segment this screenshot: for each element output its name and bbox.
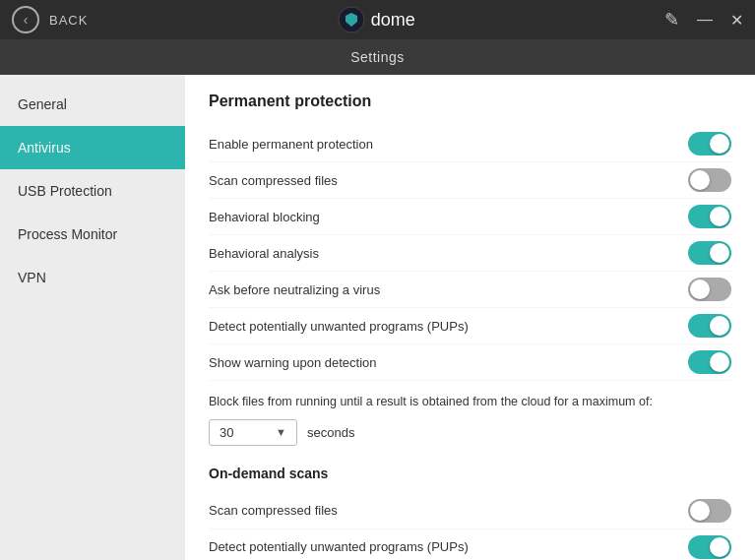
permanent-settings-list: Enable permanent protection Scan compres… xyxy=(209,126,731,381)
settings-bar: Settings xyxy=(0,39,755,75)
setting-label-scan-compressed-permanent: Scan compressed files xyxy=(209,173,338,188)
toggle-scan-compressed-demand[interactable] xyxy=(688,499,731,523)
content-area: Permanent protection Enable permanent pr… xyxy=(185,75,755,560)
toggle-enable-permanent[interactable] xyxy=(688,132,731,156)
demand-settings-list: Scan compressed files Detect potentially… xyxy=(209,493,731,560)
setting-label-detect-pups-demand: Detect potentially unwanted programs (PU… xyxy=(209,539,469,554)
setting-label-scan-compressed-demand: Scan compressed files xyxy=(209,503,338,518)
dropdown-value: 30 xyxy=(220,425,233,440)
setting-row-ask-neutralizing: Ask before neutralizing a virus xyxy=(209,272,731,308)
setting-label-detect-pups-permanent: Detect potentially unwanted programs (PU… xyxy=(209,319,469,334)
setting-row-detect-pups-permanent: Detect potentially unwanted programs (PU… xyxy=(209,308,731,344)
block-files-description: Block files from running until a result … xyxy=(209,393,661,411)
toggle-behavioral-blocking[interactable] xyxy=(688,205,731,228)
setting-label-behavioral-blocking: Behavioral blocking xyxy=(209,210,320,224)
toggle-scan-compressed-permanent[interactable] xyxy=(688,168,731,192)
sidebar: General Antivirus USB Protection Process… xyxy=(0,75,185,560)
back-label[interactable]: BACK xyxy=(49,13,88,28)
setting-row-scan-compressed-demand: Scan compressed files xyxy=(209,493,731,529)
permanent-protection-title: Permanent protection xyxy=(209,93,731,110)
toggle-ask-neutralizing[interactable] xyxy=(688,278,731,301)
main-layout: General Antivirus USB Protection Process… xyxy=(0,75,755,560)
setting-row-behavioral-blocking: Behavioral blocking xyxy=(209,199,731,235)
title-bar: ‹ BACK dome ✎ — ✕ xyxy=(0,0,755,39)
setting-row-show-warning: Show warning upon detection xyxy=(209,344,731,381)
close-button[interactable]: ✕ xyxy=(730,11,743,30)
sidebar-item-antivirus[interactable]: Antivirus xyxy=(0,126,185,169)
dropdown-arrow-icon: ▼ xyxy=(276,426,286,438)
sidebar-item-process-monitor[interactable]: Process Monitor xyxy=(0,213,185,256)
toggle-detect-pups-permanent[interactable] xyxy=(688,314,731,338)
setting-row-scan-compressed-permanent: Scan compressed files xyxy=(209,162,731,199)
sidebar-item-vpn[interactable]: VPN xyxy=(0,256,185,299)
setting-row-enable-permanent: Enable permanent protection xyxy=(209,126,731,162)
on-demand-scans-title: On-demand scans xyxy=(209,466,731,481)
logo: dome xyxy=(338,6,415,33)
toggle-behavioral-analysis[interactable] xyxy=(688,241,731,265)
logo-icon xyxy=(338,6,365,33)
minimize-button[interactable]: — xyxy=(697,11,713,29)
setting-label-ask-neutralizing: Ask before neutralizing a virus xyxy=(209,282,380,297)
sidebar-item-general[interactable]: General xyxy=(0,83,185,126)
toggle-detect-pups-demand[interactable] xyxy=(688,535,731,559)
sidebar-item-usb-protection[interactable]: USB Protection xyxy=(0,169,185,213)
settings-title: Settings xyxy=(350,49,405,65)
user-icon[interactable]: ✎ xyxy=(664,9,679,31)
dropdown-unit: seconds xyxy=(307,425,354,440)
setting-label-show-warning: Show warning upon detection xyxy=(209,355,377,370)
toggle-show-warning[interactable] xyxy=(688,350,731,374)
timeout-dropdown-row: 30 ▼ seconds xyxy=(209,419,731,446)
setting-row-detect-pups-demand: Detect potentially unwanted programs (PU… xyxy=(209,529,731,560)
timeout-dropdown[interactable]: 30 ▼ xyxy=(209,419,297,446)
back-button[interactable]: ‹ xyxy=(12,6,39,33)
setting-label-enable-permanent: Enable permanent protection xyxy=(209,137,373,152)
setting-row-behavioral-analysis: Behavioral analysis xyxy=(209,235,731,272)
setting-label-behavioral-analysis: Behavioral analysis xyxy=(209,246,319,261)
logo-text: dome xyxy=(371,10,415,31)
